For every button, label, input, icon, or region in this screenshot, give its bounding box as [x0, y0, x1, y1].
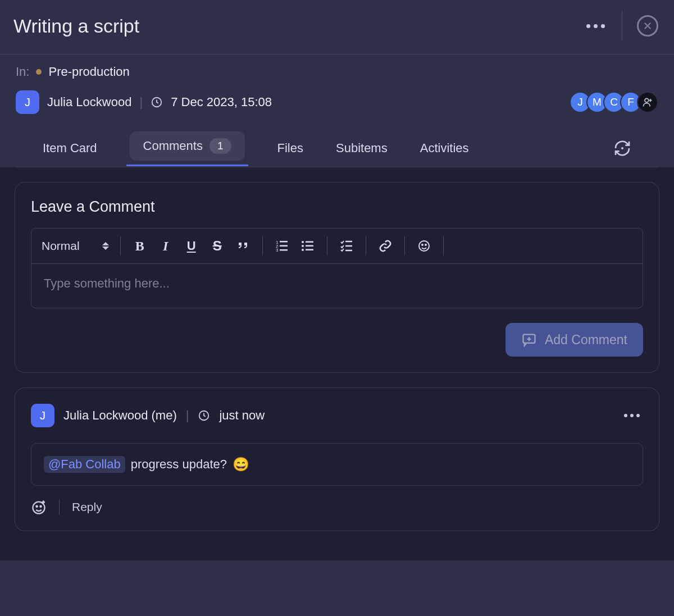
- divider: [443, 236, 444, 255]
- comment-item: J Julia Lockwood (me) | just now @Fab Co…: [15, 387, 659, 531]
- format-select[interactable]: Normal: [42, 239, 109, 253]
- divider: [59, 499, 60, 515]
- panel-title: Leave a Comment: [31, 198, 643, 216]
- timestamp: 7 Dec 2023, 15:08: [171, 95, 272, 109]
- tab-label: Files: [277, 141, 303, 156]
- clock-icon: [198, 409, 210, 422]
- in-label: In:: [16, 65, 29, 79]
- tab-label: Subitems: [336, 141, 388, 156]
- svg-point-19: [422, 244, 423, 245]
- svg-point-18: [419, 241, 429, 251]
- bullet-list-icon[interactable]: [300, 239, 316, 253]
- svg-rect-10: [306, 241, 313, 243]
- svg-point-9: [302, 241, 304, 243]
- clock-icon: [151, 96, 163, 108]
- svg-rect-6: [280, 245, 288, 247]
- comment-more-icon[interactable]: [621, 410, 643, 421]
- close-icon[interactable]: [637, 15, 658, 36]
- comment-header: J Julia Lockwood (me) | just now: [31, 404, 643, 427]
- chevron-sort-icon: [102, 242, 109, 250]
- emoji-glyph: 😄: [233, 457, 249, 472]
- comment-timestamp: just now: [219, 408, 265, 423]
- tab-label: Item Card: [43, 141, 97, 156]
- tab-comments[interactable]: Comments 1: [130, 131, 245, 161]
- comments-count-badge: 1: [210, 138, 231, 154]
- svg-point-13: [302, 249, 304, 251]
- reply-button[interactable]: Reply: [72, 500, 102, 514]
- mention-chip[interactable]: @Fab Collab: [44, 456, 125, 473]
- tabs: Item Card Comments 1 Files Subitems Acti…: [16, 130, 658, 167]
- header-actions: [584, 11, 658, 40]
- avatar-stack: J M C F: [570, 92, 658, 113]
- comment-text: progress update?: [131, 457, 227, 472]
- strikethrough-icon[interactable]: S: [210, 238, 225, 254]
- add-reaction-icon[interactable]: [31, 499, 47, 515]
- svg-rect-14: [306, 249, 313, 251]
- tab-files[interactable]: Files: [277, 130, 303, 167]
- comment-author-avatar[interactable]: J: [31, 404, 54, 427]
- author-row: J Julia Lockwood | 7 Dec 2023, 15:08 J M…: [16, 90, 658, 114]
- format-select-value: Normal: [42, 239, 80, 253]
- divider: [327, 236, 327, 255]
- breadcrumb-row: In: Pre-production: [16, 65, 658, 79]
- svg-point-2: [621, 147, 623, 149]
- more-icon[interactable]: [584, 21, 607, 31]
- divider: [262, 236, 263, 255]
- refresh-icon[interactable]: [613, 139, 631, 157]
- ordered-list-icon[interactable]: 123: [274, 239, 290, 253]
- divider: [404, 236, 405, 255]
- add-comment-label: Add Comment: [545, 332, 627, 348]
- author-avatar[interactable]: J: [16, 90, 39, 114]
- checklist-icon[interactable]: [339, 239, 354, 253]
- italic-icon[interactable]: I: [158, 239, 174, 254]
- status-dot-icon: [36, 69, 42, 75]
- svg-point-1: [645, 98, 649, 102]
- svg-rect-4: [280, 241, 288, 243]
- svg-rect-12: [306, 245, 313, 247]
- underline-icon[interactable]: U: [184, 239, 199, 253]
- meta-section: In: Pre-production J Julia Lockwood | 7 …: [0, 54, 674, 167]
- bold-icon[interactable]: B: [132, 239, 148, 254]
- tab-label: Comments: [143, 139, 203, 153]
- emoji-icon[interactable]: [416, 239, 432, 253]
- content-area: Leave a Comment Normal B I U S 123: [0, 167, 674, 560]
- svg-text:3: 3: [276, 248, 279, 253]
- editor-toolbar: Normal B I U S 123: [31, 229, 643, 264]
- divider: |: [139, 95, 143, 109]
- divider: [366, 236, 366, 255]
- comment-author-name: Julia Lockwood (me): [63, 408, 177, 423]
- page-title: Writing a script: [13, 15, 139, 37]
- svg-rect-8: [280, 249, 288, 251]
- header: Writing a script: [0, 0, 674, 54]
- divider: [622, 11, 622, 40]
- comment-body: @Fab Collab progress update? 😄: [31, 443, 643, 486]
- tab-subitems[interactable]: Subitems: [336, 130, 388, 167]
- tab-label: Activities: [420, 141, 469, 156]
- tab-item-card[interactable]: Item Card: [43, 130, 97, 167]
- leave-comment-panel: Leave a Comment Normal B I U S 123: [15, 182, 659, 373]
- comment-input[interactable]: Type something here...: [31, 264, 643, 308]
- svg-point-25: [40, 506, 41, 507]
- divider: |: [186, 408, 189, 423]
- divider: [120, 236, 121, 255]
- in-value[interactable]: Pre-production: [48, 65, 129, 79]
- link-icon[interactable]: [377, 239, 393, 253]
- rich-text-editor: Normal B I U S 123: [31, 228, 643, 308]
- svg-point-11: [302, 245, 304, 247]
- comment-footer: Reply: [31, 499, 643, 515]
- tab-activities[interactable]: Activities: [420, 130, 469, 167]
- author-name: Julia Lockwood: [47, 95, 131, 109]
- svg-point-20: [425, 244, 426, 245]
- svg-point-24: [36, 506, 37, 507]
- blockquote-icon[interactable]: [235, 239, 251, 253]
- add-comment-button[interactable]: Add Comment: [506, 323, 643, 357]
- add-member-icon[interactable]: [637, 92, 658, 113]
